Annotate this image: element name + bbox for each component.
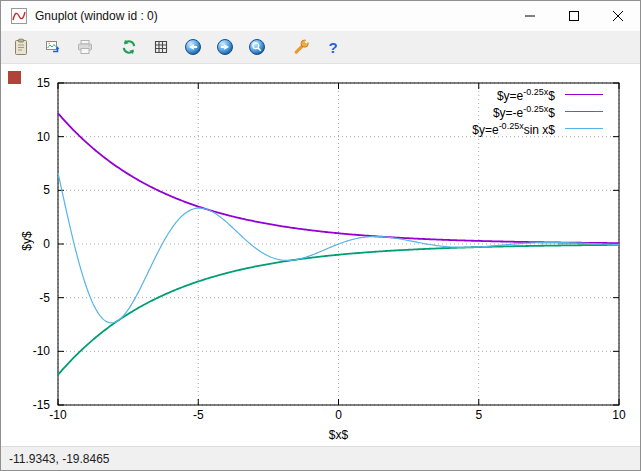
- close-icon: [613, 11, 623, 21]
- legend: $y=e-0.25x$ $y=-e-0.25x$ $y=e-0.25xsin x…: [472, 86, 603, 137]
- legend-entry: $y=e-0.25xsin x$: [472, 120, 603, 137]
- x-tick-label: -10: [49, 408, 67, 422]
- print-button[interactable]: [71, 34, 99, 60]
- legend-label: $y=e-0.25x$: [497, 87, 555, 103]
- x-tick-label: -5: [193, 408, 204, 422]
- help-button[interactable]: ?: [319, 34, 347, 60]
- minimize-button[interactable]: [508, 1, 552, 31]
- autoscale-icon: [248, 38, 266, 56]
- title-bar[interactable]: Gnuplot (window id : 0): [1, 1, 640, 31]
- configure-button[interactable]: [287, 34, 315, 60]
- x-tick-label: 10: [612, 408, 626, 422]
- autoscale-button[interactable]: [243, 34, 271, 60]
- help-icon: ?: [328, 40, 337, 55]
- legend-line-sample: [565, 128, 603, 129]
- y-tick-label: 5: [43, 183, 50, 197]
- gnuplot-window: Gnuplot (window id : 0): [0, 0, 641, 471]
- toolbar: ?: [1, 31, 640, 64]
- x-axis-label: $x$: [58, 428, 619, 442]
- y-tick-label: -5: [39, 291, 50, 305]
- y-tick-label: 0: [43, 237, 50, 251]
- zoom-previous-button[interactable]: [179, 34, 207, 60]
- clipboard-icon: [12, 38, 30, 56]
- legend-label: $y=-e-0.25x$: [493, 104, 555, 120]
- minimize-icon: [525, 11, 535, 21]
- replot-button[interactable]: [115, 34, 143, 60]
- gnuplot-logo-icon: [11, 8, 27, 24]
- status-bar: -11.9343, -19.8465: [1, 446, 640, 470]
- zoom-next-button[interactable]: [211, 34, 239, 60]
- window-controls: [508, 1, 640, 31]
- maximize-button[interactable]: [552, 1, 596, 31]
- legend-label: $y=e-0.25xsin x$: [472, 121, 555, 137]
- y-tick-label: -10: [33, 344, 51, 358]
- x-tick-label: 5: [475, 408, 482, 422]
- zoom-previous-icon: [184, 38, 202, 56]
- legend-entry: $y=-e-0.25x$: [472, 103, 603, 120]
- y-tick-label: 15: [37, 76, 51, 90]
- plot-canvas[interactable]: -10-50510-15-10-5051015 $y=e-0.25x$ $y=-…: [1, 64, 640, 446]
- x-tick-label: 0: [335, 408, 342, 422]
- grid-icon: [152, 38, 170, 56]
- y-tick-label: -15: [33, 398, 51, 412]
- legend-line-sample: [565, 94, 603, 95]
- refresh-icon: [120, 38, 138, 56]
- toggle-grid-button[interactable]: [147, 34, 175, 60]
- printer-icon: [76, 38, 94, 56]
- cursor-coordinates: -11.9343, -19.8465: [9, 452, 110, 466]
- copy-to-clipboard-button[interactable]: [7, 34, 35, 60]
- y-tick-label: 10: [37, 130, 51, 144]
- window-title: Gnuplot (window id : 0): [35, 9, 158, 23]
- wrench-icon: [292, 38, 310, 56]
- close-button[interactable]: [596, 1, 640, 31]
- canvas-red-marker: [8, 71, 21, 84]
- legend-entry: $y=e-0.25x$: [472, 86, 603, 103]
- y-axis-label: $y$: [20, 231, 34, 250]
- legend-line-sample: [565, 111, 603, 112]
- save-image-button[interactable]: [39, 34, 67, 60]
- zoom-next-icon: [216, 38, 234, 56]
- maximize-icon: [569, 11, 579, 21]
- export-image-icon: [44, 38, 62, 56]
